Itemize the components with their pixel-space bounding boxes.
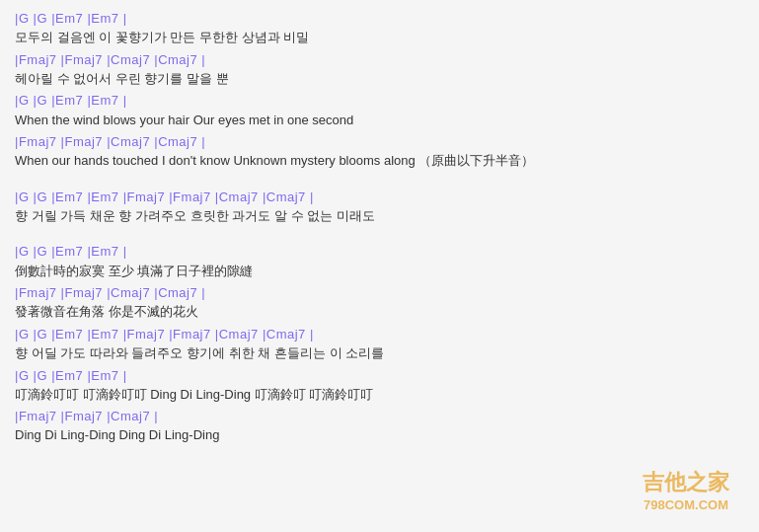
song-sheet: |G |G |Em7 |Em7 | 모두의 걸음엔 이 꽃향기가 만든 무한한 … xyxy=(15,10,744,445)
chord-line-2: |Fmaj7 |Fmaj7 |Cmaj7 |Cmaj7 | xyxy=(15,51,744,69)
lyric-line-3: When the wind blows your hair Our eyes m… xyxy=(15,111,744,130)
lyric-line-2: 헤아릴 수 없어서 우린 향기를 말을 뿐 xyxy=(15,69,744,89)
chord-line-4: |Fmaj7 |Fmaj7 |Cmaj7 |Cmaj7 | xyxy=(15,133,744,151)
section-2: |G |G |Em7 |Em7 |Fmaj7 |Fmaj7 |Cmaj7 |Cm… xyxy=(15,189,744,226)
lyric-line-8: 향 어딜 가도 따라와 들려주오 향기에 취한 채 흔들리는 이 소리를 xyxy=(15,343,744,363)
watermark: 吉他之家 798COM.COM xyxy=(643,468,729,512)
chord-line-1: |G |G |Em7 |Em7 | xyxy=(15,10,744,28)
chord-line-6: |G |G |Em7 |Em7 | xyxy=(15,243,744,261)
lyric-line-9: 叮滴鈴叮叮 叮滴鈴叮叮 Ding Di Ling-Ding 叮滴鈴叮 叮滴鈴叮叮 xyxy=(15,385,744,405)
watermark-text-top: 吉他之家 xyxy=(643,468,729,497)
chord-line-9: |G |G |Em7 |Em7 | xyxy=(15,367,744,385)
lyric-line-4: When our hands touched I don't know Unkn… xyxy=(15,151,744,171)
section-3: |G |G |Em7 |Em7 | 倒數計時的寂寞 至少 填滿了日子裡的隙縫 |… xyxy=(15,243,744,444)
chord-line-10: |Fmaj7 |Fmaj7 |Cmaj7 | xyxy=(15,408,744,425)
chord-line-7: |Fmaj7 |Fmaj7 |Cmaj7 |Cmaj7 | xyxy=(15,284,744,302)
watermark-text-bottom: 798COM.COM xyxy=(643,497,729,512)
chord-line-5: |G |G |Em7 |Em7 |Fmaj7 |Fmaj7 |Cmaj7 |Cm… xyxy=(15,189,744,206)
chord-line-3: |G |G |Em7 |Em7 | xyxy=(15,92,744,110)
lyric-line-7: 發著微音在角落 你是不滅的花火 xyxy=(15,302,744,322)
lyric-line-1: 모두의 걸음엔 이 꽃향기가 만든 무한한 상념과 비밀 xyxy=(15,28,744,47)
lyric-line-10: Ding Di Ling-Ding Ding Di Ling-Ding xyxy=(15,425,744,445)
chord-line-8: |G |G |Em7 |Em7 |Fmaj7 |Fmaj7 |Cmaj7 |Cm… xyxy=(15,326,744,343)
section-1: |G |G |Em7 |Em7 | 모두의 걸음엔 이 꽃향기가 만든 무한한 … xyxy=(15,10,744,171)
lyric-line-6: 倒數計時的寂寞 至少 填滿了日子裡的隙縫 xyxy=(15,262,744,281)
lyric-line-5: 향 거릴 가득 채운 향 가려주오 흐릿한 과거도 알 수 없는 미래도 xyxy=(15,206,744,226)
